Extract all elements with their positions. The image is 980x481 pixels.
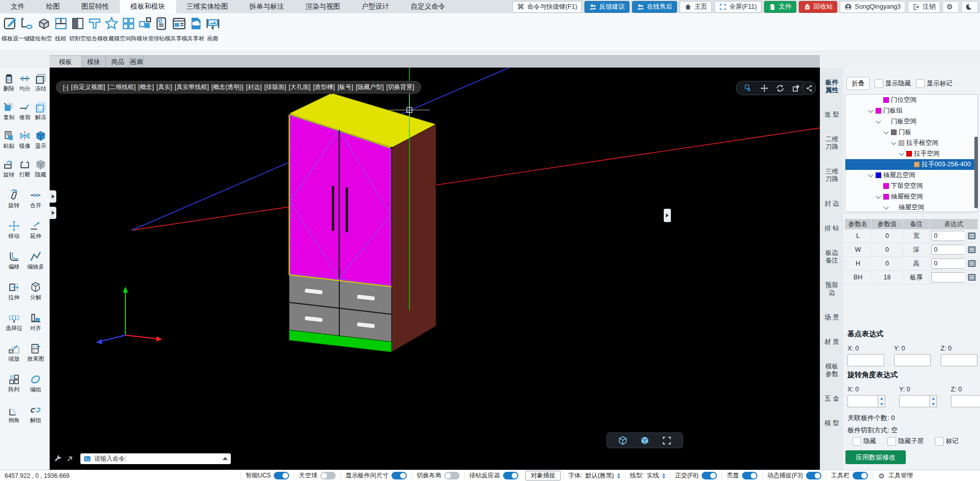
- axis-input[interactable]: [894, 354, 931, 366]
- toggle-switch[interactable]: [503, 472, 518, 479]
- vertical-tab[interactable]: 封 边: [824, 200, 839, 208]
- tree-item[interactable]: 下留空空间: [845, 181, 977, 191]
- view-mode-option[interactable]: [-]: [63, 84, 69, 91]
- ribbon-tool[interactable]: 排钻模: [154, 13, 170, 50]
- door-handle-left[interactable]: [332, 186, 335, 231]
- expression-input[interactable]: [931, 272, 965, 282]
- toggle-switch[interactable]: [444, 472, 460, 479]
- chevron-icon[interactable]: [876, 194, 881, 200]
- chevron-icon[interactable]: [883, 205, 889, 210]
- display-mode-solid-icon[interactable]: [640, 435, 650, 446]
- statusbar-item[interactable]: 对象捕捉: [525, 471, 561, 480]
- menu-item[interactable]: 渲染与视图: [295, 0, 351, 13]
- statusbar-item[interactable]: 切换布局: [411, 472, 464, 480]
- tool-button[interactable]: 解组: [25, 402, 47, 433]
- zoom-extents-icon[interactable]: [662, 435, 672, 446]
- menubar-action-button[interactable]: 文件: [764, 1, 796, 13]
- vertical-tab[interactable]: 三维 刀路: [825, 168, 838, 183]
- statusbar-item[interactable]: ⚙ 工具管理: [873, 472, 918, 480]
- statusbar-item[interactable]: 6457.922 , 0 , 1936.669: [0, 472, 241, 480]
- statusbar-item[interactable]: 工具栏: [826, 472, 873, 480]
- ribbon-tool[interactable]: 画廊: [204, 13, 221, 50]
- tree-item[interactable]: 拉手根空间: [845, 138, 977, 148]
- tree-scrollbar[interactable]: [974, 137, 978, 208]
- tool-button[interactable]: 旋转: [3, 187, 25, 218]
- view-mode-option[interactable]: [二维线框]: [107, 83, 136, 92]
- tool-button[interactable]: 分解: [25, 279, 47, 310]
- menu-item[interactable]: 户型设计: [351, 0, 400, 13]
- tool-button[interactable]: 效果图: [25, 341, 47, 371]
- spinner-control[interactable]: [878, 395, 885, 407]
- menubar-action-button[interactable]: 注销: [908, 1, 940, 13]
- statusbar-item[interactable]: 正交(F8): [670, 472, 722, 480]
- tool-button[interactable]: 镜像: [17, 128, 33, 157]
- view-mode-option[interactable]: [概念]: [138, 83, 154, 92]
- tree-item[interactable]: 门板空间: [845, 116, 977, 127]
- chevron-icon[interactable]: [883, 129, 889, 135]
- statusbar-item[interactable]: 排钻反应器: [464, 472, 523, 480]
- vertical-tab[interactable]: 造 型: [824, 111, 839, 119]
- vertical-tab[interactable]: 模板 参数: [825, 363, 838, 378]
- tool-button[interactable]: 选择拉: [3, 310, 25, 341]
- axis-input[interactable]: [899, 395, 929, 407]
- tree-item[interactable]: 门位空间: [845, 95, 977, 105]
- toggle-switch[interactable]: [742, 472, 757, 479]
- view-mode-option[interactable]: [概念(透明)]: [211, 83, 244, 92]
- menubar-action-button[interactable]: 反馈建议: [584, 1, 629, 13]
- ribbon-tool[interactable]: 一键建: [18, 13, 35, 50]
- chevron-icon[interactable]: [899, 151, 904, 157]
- expression-input[interactable]: 0: [931, 231, 965, 241]
- toggle-switch[interactable]: [320, 472, 336, 479]
- panel-expander-left-1[interactable]: [50, 190, 56, 203]
- ribbon-tool[interactable]: 模块管: [137, 13, 154, 50]
- tool-button[interactable]: 解冻: [33, 99, 49, 128]
- tool-button[interactable]: 缩放: [3, 341, 25, 371]
- tree-item[interactable]: 门板: [845, 127, 977, 138]
- toggle-switch[interactable]: [702, 472, 717, 479]
- menu-item[interactable]: 图层特性: [71, 0, 120, 13]
- chevron-icon[interactable]: [876, 119, 881, 124]
- toggle-switch[interactable]: [274, 472, 289, 479]
- document-tab[interactable]: 模板: [50, 56, 82, 68]
- tool-button[interactable]: 对齐: [25, 310, 47, 341]
- tool-button[interactable]: 删除: [1, 71, 17, 99]
- vertical-tab[interactable]: 材 质: [824, 338, 839, 346]
- menu-item[interactable]: 拆单与标注: [239, 0, 295, 13]
- chevron-icon[interactable]: [891, 140, 897, 146]
- export-view-icon[interactable]: [792, 84, 800, 93]
- toggle-switch[interactable]: [806, 472, 821, 479]
- tree-item[interactable]: 抽屉空间: [845, 202, 977, 212]
- statusbar-item[interactable]: 动态捕捉(F3): [762, 472, 826, 480]
- command-history-caret[interactable]: [223, 457, 228, 460]
- ribbon-tool[interactable]: 组合模: [86, 13, 103, 50]
- view-mode-option[interactable]: [大孔面]: [289, 83, 311, 92]
- expression-input[interactable]: 0: [931, 258, 965, 269]
- view-mode-option[interactable]: [真实带线框]: [175, 83, 209, 92]
- vertical-tab[interactable]: 排 钻: [824, 225, 839, 232]
- menu-item[interactable]: 文件: [0, 0, 35, 13]
- ribbon-tool[interactable]: 收藏模: [103, 13, 120, 50]
- tool-button[interactable]: 冻结: [33, 71, 49, 99]
- ribbon-tool[interactable]: 线框: [52, 13, 69, 50]
- checkbox[interactable]: [887, 437, 896, 446]
- flag-checkbox[interactable]: 标记: [935, 437, 959, 446]
- flag-checkbox[interactable]: 隐藏子层: [887, 437, 924, 446]
- menu-item[interactable]: 模板和模块: [120, 0, 176, 13]
- door-handle-right[interactable]: [346, 187, 349, 232]
- tool-button[interactable]: 拉伸: [3, 279, 25, 310]
- panel-expander-right[interactable]: [664, 209, 671, 222]
- tool-button[interactable]: 旋转: [1, 157, 17, 185]
- view-mode-option[interactable]: [造型槽]: [313, 83, 335, 92]
- view-mode-option[interactable]: [自定义视图]: [71, 83, 105, 92]
- tools-icon[interactable]: [54, 454, 62, 463]
- document-tab[interactable]: 模块: [82, 56, 106, 68]
- tool-button[interactable]: 延伸: [25, 218, 47, 249]
- show-marks-checkbox[interactable]: 显示标记: [916, 79, 952, 88]
- show-hidden-checkbox[interactable]: 显示隐藏: [875, 79, 911, 88]
- view-mode-option[interactable]: [排版面]: [264, 83, 286, 92]
- expression-menu-button[interactable]: [967, 245, 977, 254]
- tree-item[interactable]: 拉手空间: [845, 148, 977, 159]
- document-tab[interactable]: 商品: [106, 56, 130, 68]
- tool-button[interactable]: 倒角: [3, 402, 25, 433]
- vertical-tab[interactable]: 板边 备注: [825, 249, 838, 265]
